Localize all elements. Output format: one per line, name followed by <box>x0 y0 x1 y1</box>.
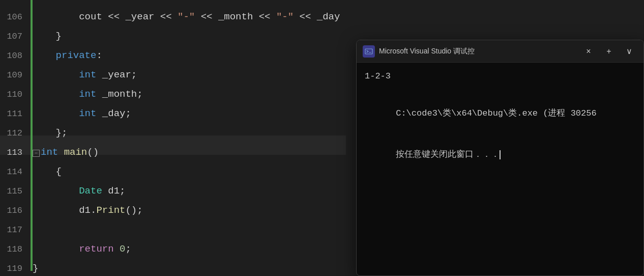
svg-rect-0 <box>365 49 372 54</box>
line-number: 110 <box>0 85 31 104</box>
code-content: int _year; <box>33 65 137 85</box>
code-content: int _month; <box>33 85 143 104</box>
code-content: return 0; <box>33 239 131 259</box>
line-number-active: 113 <box>0 143 31 162</box>
code-editor: 106 cout << _year << "-" << _month << "-… <box>0 0 346 276</box>
terminal-output-1: 1-2-3 <box>365 70 635 83</box>
table-row: 106 cout << _year << "-" << _month << "-… <box>0 0 346 19</box>
line-number: 117 <box>0 220 31 240</box>
terminal-window: Microsoft Visual Studio 调试控 × + ∨ 1-2-3 … <box>356 40 644 276</box>
code-content: int _day; <box>33 104 131 123</box>
line-number: 109 <box>0 66 31 85</box>
green-indicator <box>31 213 33 232</box>
code-content: } <box>33 26 62 46</box>
line-number: 119 <box>0 259 31 276</box>
line-number: 114 <box>0 162 31 182</box>
code-content: } <box>33 259 38 276</box>
terminal-body: 1-2-3 C:\code3\类\x64\Debug\类.exe (进程 302… <box>357 63 643 183</box>
code-content: private: <box>33 46 102 65</box>
code-content: }; <box>33 123 67 143</box>
terminal-dropdown-button[interactable]: ∨ <box>621 43 637 60</box>
code-content: cout << _year << "-" << _month << "-" <<… <box>33 7 346 26</box>
terminal-close-button[interactable]: × <box>580 43 597 60</box>
code-content: d1.Print(); <box>33 201 143 220</box>
line-number: 106 <box>0 8 31 27</box>
line-number: 112 <box>0 124 31 143</box>
terminal-cursor <box>500 150 501 159</box>
terminal-new-tab-button[interactable]: + <box>601 43 617 60</box>
table-row: 118 return 0; <box>0 232 346 252</box>
line-number: 116 <box>0 201 31 220</box>
line-number: 108 <box>0 46 31 66</box>
collapse-icon[interactable]: − <box>33 150 40 157</box>
terminal-output-3: 按任意键关闭此窗口．．． <box>365 135 635 174</box>
code-content: −int main() <box>33 143 99 162</box>
code-content: { <box>33 162 62 181</box>
terminal-title: Microsoft Visual Studio 调试控 <box>379 47 576 56</box>
line-number: 118 <box>0 240 31 259</box>
line-number: 115 <box>0 182 31 201</box>
line-number: 111 <box>0 104 31 124</box>
terminal-titlebar: Microsoft Visual Studio 调试控 × + ∨ <box>357 40 643 63</box>
terminal-output-2: C:\code3\类\x64\Debug\类.exe (进程 30256 <box>365 94 635 133</box>
line-number: 107 <box>0 27 31 46</box>
terminal-app-icon <box>363 45 375 58</box>
code-content: Date d1; <box>33 181 125 201</box>
terminal-blank-line <box>365 85 635 94</box>
code-lines: 106 cout << _year << "-" << _month << "-… <box>0 0 346 271</box>
